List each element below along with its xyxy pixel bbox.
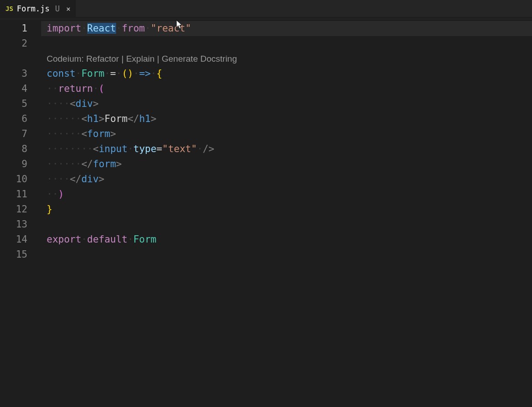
whitespace-dot: · bbox=[116, 23, 122, 34]
whitespace-dot: · bbox=[81, 23, 87, 34]
tag-open: < bbox=[93, 143, 99, 154]
codelens-refactor[interactable]: Refactor bbox=[86, 54, 119, 63]
text-form: Form bbox=[105, 113, 128, 124]
keyword-const: const bbox=[47, 68, 75, 79]
codelens-separator: | bbox=[154, 54, 162, 63]
code-line[interactable] bbox=[41, 217, 532, 232]
line-number: 14 bbox=[0, 232, 27, 247]
tag-close: > bbox=[93, 98, 99, 109]
arrow: => bbox=[139, 68, 150, 79]
line-number: 6 bbox=[0, 111, 27, 127]
tag-open: </ bbox=[81, 159, 93, 169]
tag-close: > bbox=[151, 113, 157, 124]
tag-open: < bbox=[81, 113, 87, 124]
tab-modified-indicator: U bbox=[55, 4, 60, 13]
codelens-separator: | bbox=[119, 54, 126, 63]
line-number: 1 bbox=[0, 21, 27, 36]
whitespace-dot: · bbox=[145, 23, 151, 34]
tag-form: form bbox=[87, 128, 111, 139]
codelens-row: Codeium: Refactor | Explain | Generate D… bbox=[41, 51, 532, 66]
tag-form-close: form bbox=[93, 159, 116, 169]
line-number: 7 bbox=[0, 127, 27, 142]
identifier-react: React bbox=[87, 23, 116, 34]
paren-open: ( bbox=[99, 83, 105, 94]
attr-type: type bbox=[133, 143, 157, 154]
keyword-import: import bbox=[47, 23, 81, 34]
tag-div-close: div bbox=[81, 174, 99, 185]
tag-self-close: /> bbox=[203, 143, 214, 154]
string-text: "text" bbox=[162, 143, 197, 154]
tab-form-js[interactable]: JS Form.js U × bbox=[0, 0, 76, 17]
equals: = bbox=[156, 143, 162, 154]
code-line[interactable]: ······<form> bbox=[41, 127, 532, 142]
code-line[interactable]: const·Form·=·()·=>·{ bbox=[41, 66, 532, 81]
code-line[interactable]: ··return·( bbox=[41, 81, 532, 96]
line-number: 12 bbox=[0, 202, 27, 217]
editor: 1 2 3 4 5 6 7 8 9 10 11 12 13 14 15 impo… bbox=[0, 19, 532, 407]
code-line[interactable]: ··) bbox=[41, 187, 532, 202]
code-line[interactable]: } bbox=[41, 202, 532, 217]
codelens-gutter-spacer bbox=[0, 51, 27, 66]
codelens-prefix: Codeium: bbox=[47, 54, 84, 63]
line-number: 11 bbox=[0, 187, 27, 202]
line-number: 10 bbox=[0, 172, 27, 187]
equals: = bbox=[110, 68, 116, 79]
brace-close: } bbox=[47, 204, 53, 215]
tag-open: </ bbox=[70, 174, 81, 185]
tag-open: </ bbox=[128, 113, 139, 124]
tag-close: > bbox=[116, 159, 122, 169]
string-react: "react" bbox=[151, 23, 192, 34]
tag-open: < bbox=[81, 128, 87, 139]
tag-open: < bbox=[70, 98, 76, 109]
keyword-export: export bbox=[47, 234, 81, 245]
codelens-explain[interactable]: Explain bbox=[126, 54, 154, 63]
code-line[interactable]: ········<input·type="text"·/> bbox=[41, 142, 532, 157]
keyword-from: from bbox=[122, 23, 145, 34]
javascript-icon: JS bbox=[5, 5, 13, 12]
identifier-form: Form bbox=[133, 234, 157, 245]
code-line[interactable]: ····<div> bbox=[41, 96, 532, 111]
tab-bar: JS Form.js U × bbox=[0, 0, 532, 17]
keyword-default: default bbox=[87, 234, 128, 245]
line-number: 8 bbox=[0, 142, 27, 157]
code-line[interactable]: import·React·from·"react" bbox=[41, 21, 532, 36]
line-number: 9 bbox=[0, 157, 27, 172]
tab-title: Form.js bbox=[17, 4, 50, 13]
tag-close: > bbox=[99, 174, 105, 185]
code-line[interactable]: ······</form> bbox=[41, 157, 532, 172]
line-number: 4 bbox=[0, 81, 27, 96]
code-line[interactable] bbox=[41, 36, 532, 51]
identifier-form: Form bbox=[81, 68, 105, 79]
line-number: 5 bbox=[0, 96, 27, 111]
line-number: 15 bbox=[0, 247, 27, 262]
line-number: 13 bbox=[0, 217, 27, 232]
close-icon[interactable]: × bbox=[66, 5, 71, 13]
tag-h1: h1 bbox=[87, 113, 99, 124]
tag-close: > bbox=[99, 113, 105, 124]
paren-close: ) bbox=[58, 189, 64, 200]
codelens-generate-docstring[interactable]: Generate Docstring bbox=[162, 54, 237, 63]
code-line[interactable]: ······<h1>Form</h1> bbox=[41, 111, 532, 127]
code-line[interactable] bbox=[41, 247, 532, 262]
paren-open: ( bbox=[122, 68, 128, 79]
code-line[interactable]: ····</div> bbox=[41, 172, 532, 187]
tag-div: div bbox=[75, 98, 93, 109]
tag-close: > bbox=[110, 128, 116, 139]
paren-close: ) bbox=[128, 68, 133, 79]
line-number: 3 bbox=[0, 66, 27, 81]
code-line[interactable]: export·default·Form bbox=[41, 232, 532, 247]
tag-h1-close: h1 bbox=[139, 113, 150, 124]
tag-input: input bbox=[99, 143, 128, 154]
line-number: 2 bbox=[0, 36, 27, 51]
brace-open: { bbox=[156, 68, 162, 79]
code-area[interactable]: import·React·from·"react" Codeium: Refac… bbox=[41, 19, 532, 407]
keyword-return: return bbox=[58, 83, 93, 94]
line-number-gutter: 1 2 3 4 5 6 7 8 9 10 11 12 13 14 15 bbox=[0, 19, 41, 407]
